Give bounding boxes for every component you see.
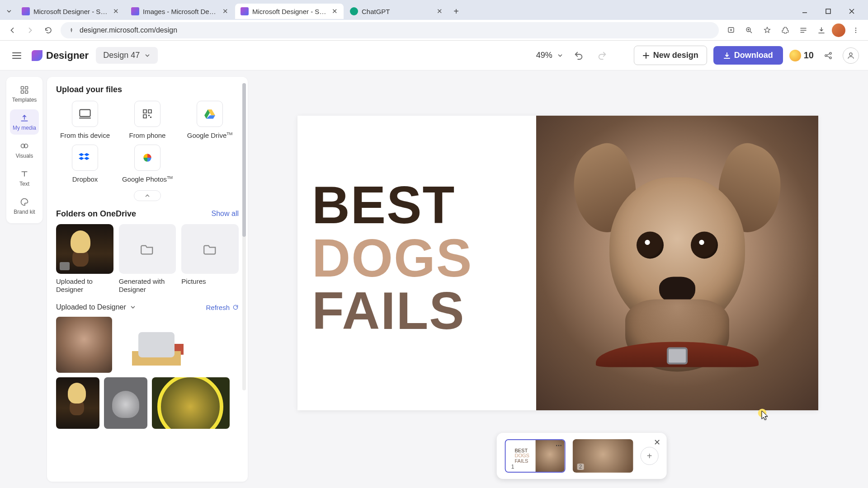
folder-generated-with-designer[interactable]: Generated with Designer	[119, 224, 176, 295]
menu-button[interactable]	[9, 48, 24, 63]
upload-icon	[19, 113, 29, 123]
close-pages-button[interactable]: ✕	[651, 436, 663, 448]
bookmark-icon[interactable]	[760, 23, 775, 38]
show-all-link[interactable]: Show all	[212, 210, 239, 218]
svg-rect-23	[80, 110, 90, 117]
install-app-icon[interactable]	[723, 23, 739, 38]
close-icon[interactable]: ✕	[331, 8, 338, 15]
pages-bar: ✕ BESTDOGSFAILS 1 ⋯ 2 +	[497, 433, 667, 479]
close-icon[interactable]: ✕	[112, 8, 119, 15]
browser-tab[interactable]: Microsoft Designer - Stunning ✕	[16, 4, 125, 19]
media-image[interactable]	[56, 317, 112, 373]
upload-from-device[interactable]: From this device	[56, 101, 114, 140]
account-button[interactable]	[843, 47, 859, 64]
panel-scrollbar[interactable]	[242, 83, 246, 390]
rail-my-media[interactable]: My media	[10, 109, 39, 135]
svg-rect-1	[826, 9, 830, 14]
chatgpt-favicon	[350, 7, 358, 15]
design-name: Design 47	[103, 51, 140, 60]
device-icon	[72, 101, 98, 127]
chevron-down-icon	[557, 52, 563, 59]
browser-menu-icon[interactable]	[848, 23, 863, 38]
refresh-button[interactable]: Refresh	[206, 304, 239, 311]
svg-rect-27	[148, 115, 150, 116]
media-image[interactable]	[104, 377, 147, 429]
page-thumbnail-2[interactable]: 2	[573, 439, 633, 473]
canvas-text-block[interactable]: BEST DOGS FAILS	[312, 179, 473, 337]
page-number: 1	[509, 464, 516, 470]
upload-google-photos[interactable]: Google PhotosTM	[118, 145, 176, 184]
tile-label: Google DriveTM	[187, 131, 233, 140]
refresh-label: Refresh	[206, 304, 230, 311]
download-icon	[723, 52, 731, 59]
folder-label: Pictures	[181, 277, 239, 286]
new-tab-button[interactable]: +	[449, 5, 463, 18]
tab-title: Microsoft Designer - Stunning	[33, 8, 108, 15]
rail-visuals[interactable]: Visuals	[10, 137, 39, 163]
address-bar[interactable]: designer.microsoft.com/design	[61, 22, 719, 38]
share-button[interactable]	[820, 47, 836, 64]
designer-favicon	[241, 7, 249, 15]
folder-pictures[interactable]: Pictures	[181, 224, 239, 295]
rail-text[interactable]: Text	[10, 165, 39, 191]
downloads-icon[interactable]	[814, 23, 829, 38]
chevron-down-icon[interactable]	[130, 304, 136, 310]
collapse-sources-button[interactable]	[134, 190, 161, 201]
canvas-dog-image[interactable]	[536, 116, 818, 410]
forward-button[interactable]	[23, 23, 38, 38]
tab-title: Microsoft Designer - Stunning	[252, 8, 327, 15]
undo-button[interactable]	[571, 47, 587, 64]
svg-point-12	[855, 32, 856, 33]
new-design-button[interactable]: New design	[634, 46, 707, 65]
window-minimize[interactable]	[795, 4, 815, 19]
folder-icon	[60, 262, 70, 270]
media-image[interactable]	[56, 377, 99, 429]
design-name-dropdown[interactable]: Design 47	[96, 47, 158, 64]
upload-google-drive[interactable]: Google DriveTM	[181, 101, 239, 140]
folder-uploaded-to-designer[interactable]: Uploaded to Designer	[56, 224, 113, 295]
folder-icon	[203, 243, 217, 255]
media-image[interactable]	[152, 377, 230, 429]
upload-title: Upload your files	[56, 85, 239, 94]
back-button[interactable]	[5, 23, 20, 38]
svg-rect-20	[25, 91, 28, 94]
reading-list-icon[interactable]	[796, 23, 811, 38]
close-icon[interactable]: ✕	[436, 8, 443, 15]
extensions-icon[interactable]	[778, 23, 793, 38]
credits-badge[interactable]: 10	[789, 50, 814, 61]
text-icon	[19, 169, 29, 179]
app-logo[interactable]: Designer	[32, 50, 89, 61]
redo-button[interactable]	[594, 47, 610, 64]
window-maximize[interactable]	[818, 4, 838, 19]
zoom-icon[interactable]	[741, 23, 757, 38]
designer-logo-icon	[32, 50, 42, 61]
rail-label: My media	[13, 125, 36, 131]
folder-thumbnail	[119, 224, 176, 274]
tab-dropdown[interactable]	[3, 5, 15, 18]
svg-rect-28	[150, 117, 151, 118]
upload-dropbox[interactable]: Dropbox	[56, 145, 114, 184]
download-button[interactable]: Download	[713, 46, 783, 65]
tab-title: Images - Microsoft Designer	[143, 8, 218, 15]
rail-templates[interactable]: Templates	[10, 81, 39, 107]
zoom-dropdown[interactable]: 49%	[536, 51, 563, 60]
site-info-icon[interactable]	[68, 27, 75, 34]
page-number: 2	[577, 464, 584, 470]
close-icon[interactable]: ✕	[222, 8, 229, 15]
add-page-button[interactable]: +	[641, 447, 659, 465]
window-close[interactable]	[842, 4, 862, 19]
page-thumbnail-1[interactable]: BESTDOGSFAILS 1 ⋯	[505, 439, 566, 473]
media-image[interactable]	[117, 317, 196, 373]
browser-tab[interactable]: ChatGPT ✕	[344, 4, 448, 19]
design-canvas[interactable]: BEST DOGS FAILS	[297, 116, 818, 410]
rail-brand-kit[interactable]: Brand kit	[10, 193, 39, 219]
folders-title: Folders on OneDrive	[56, 209, 136, 219]
canvas-left-panel[interactable]: BEST DOGS FAILS	[297, 116, 536, 410]
upload-from-phone[interactable]: From phone	[118, 101, 176, 140]
reload-button[interactable]	[41, 23, 56, 38]
browser-tab[interactable]: Images - Microsoft Designer ✕	[126, 4, 234, 19]
profile-avatar[interactable]	[832, 23, 845, 37]
browser-tab[interactable]: Microsoft Designer - Stunning ✕	[235, 4, 344, 19]
page-menu-icon[interactable]: ⋯	[556, 442, 563, 446]
google-photos-icon	[134, 145, 160, 171]
